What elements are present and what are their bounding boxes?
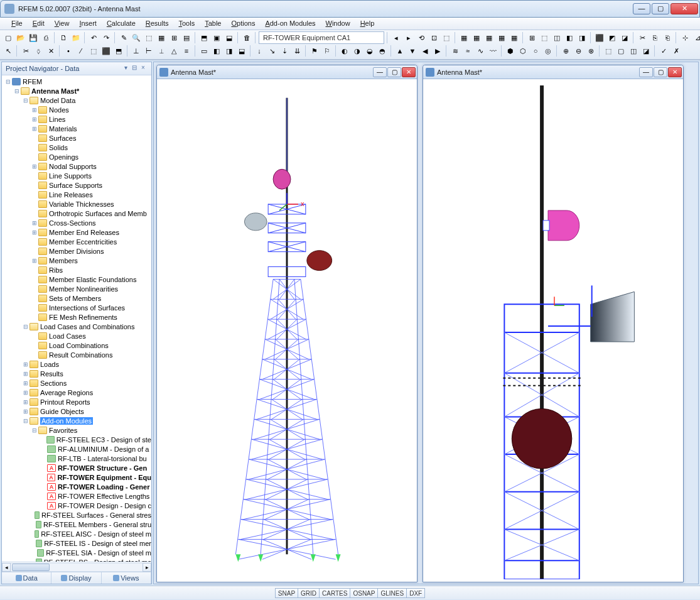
tree-node[interactable]: RF-STEEL Members - General stru: [2, 520, 151, 529]
toolbar-button[interactable]: ⚐: [321, 45, 333, 57]
menu-help[interactable]: Help: [355, 18, 380, 30]
toolbar-button[interactable]: ▦: [483, 32, 495, 43]
tree-node[interactable]: Sets of Members: [2, 293, 151, 303]
toolbar-button[interactable]: ⟂: [156, 45, 167, 57]
tree-twist-icon[interactable]: ⊟: [22, 97, 30, 104]
toolbar-button[interactable]: ⊖: [573, 45, 584, 57]
tree-node[interactable]: Result Combinations: [2, 350, 151, 359]
tree-node[interactable]: RF-STEEL IS - Design of steel mer: [2, 538, 151, 548]
toolbar-button[interactable]: ⊞: [526, 32, 537, 43]
toolbar-button[interactable]: ◪: [640, 45, 652, 57]
tree-node[interactable]: ⊞Printout Reports: [2, 397, 151, 406]
tree-node[interactable]: ⊟Favorites: [2, 425, 151, 435]
tree-twist-icon[interactable]: ⊞: [22, 380, 30, 386]
toolbar-button[interactable]: ✓: [658, 45, 669, 57]
toolbar-button[interactable]: ▼: [407, 45, 418, 57]
tree-node[interactable]: ⊞Cross-Sections: [2, 218, 151, 227]
toolbar-button[interactable]: ⬛: [100, 45, 112, 57]
tree-node[interactable]: Load Cases: [2, 331, 151, 341]
toolbar-button[interactable]: ⬚: [88, 45, 99, 57]
toolbar-button[interactable]: ◫: [628, 45, 639, 57]
viewport-1[interactable]: x: [157, 79, 417, 582]
toolbar-button[interactable]: 〰: [487, 45, 498, 57]
status-toggle-osnap[interactable]: OSNAP: [350, 588, 378, 598]
autohide-icon[interactable]: ⊟: [130, 64, 139, 73]
tree-node[interactable]: ⊞Member End Releases: [2, 227, 151, 237]
toolbar-combo[interactable]: RF-TOWER Equipment CA1: [259, 31, 384, 44]
toolbar-button[interactable]: ⊹: [679, 32, 691, 43]
tree-twist-icon[interactable]: ⊟: [13, 88, 21, 94]
tree-twist-icon[interactable]: ⊞: [22, 390, 30, 396]
toolbar-button[interactable]: ◂: [390, 32, 402, 43]
tree-node[interactable]: ⊟Add-on Modules: [2, 416, 151, 425]
tree-twist-icon[interactable]: ⊞: [31, 116, 38, 123]
tree-node[interactable]: FE Mesh Refinements: [2, 312, 151, 322]
tree-node[interactable]: Line Releases: [2, 190, 151, 199]
toolbar-button[interactable]: 🗋: [58, 32, 69, 43]
toolbar-button[interactable]: ◨: [576, 32, 588, 43]
tree-node[interactable]: Variable Thicknesses: [2, 199, 151, 209]
tree-node[interactable]: ⊟Antenna Mast*: [2, 86, 151, 95]
navigator-tab-display[interactable]: Display: [51, 572, 101, 584]
toolbar-button[interactable]: ⬚: [143, 32, 154, 43]
tree-node[interactable]: RF-STEEL AISC - Design of steel m: [2, 529, 151, 538]
toolbar-button[interactable]: ↶: [88, 32, 99, 43]
toolbar-button[interactable]: ⊥: [131, 45, 142, 57]
toolbar-button[interactable]: ◑: [352, 45, 363, 57]
toolbar-button[interactable]: ⊞: [168, 32, 180, 43]
mdi-close-2[interactable]: ✕: [668, 67, 682, 77]
tree-node[interactable]: ⊞Lines: [2, 114, 151, 124]
toolbar-button[interactable]: ▸: [403, 32, 414, 43]
tree-node[interactable]: Surfaces: [2, 133, 151, 143]
toolbar-button[interactable]: ▭: [198, 45, 210, 57]
tree-twist-icon[interactable]: ⊞: [22, 408, 30, 415]
tree-twist-icon[interactable]: ⊟: [22, 418, 30, 424]
tree-node[interactable]: RF-STEEL EC3 - Design of ste: [2, 435, 151, 444]
navigator-tree[interactable]: ⊟RFEM⊟Antenna Mast*⊟Model Data⊞Nodes⊞Lin…: [2, 75, 151, 562]
toolbar-button[interactable]: ▦: [509, 32, 520, 43]
mdi-minimize-2[interactable]: —: [639, 67, 653, 77]
tree-twist-icon[interactable]: ⊞: [31, 229, 38, 236]
maximize-button[interactable]: ▢: [652, 3, 669, 14]
toolbar-button[interactable]: ▲: [394, 45, 406, 57]
toolbar-button[interactable]: 📂: [15, 32, 26, 43]
scroll-right-button[interactable]: ▸: [143, 563, 151, 572]
toolbar-button[interactable]: ⬚: [603, 45, 614, 57]
minimize-button[interactable]: —: [633, 3, 650, 14]
menu-view[interactable]: View: [50, 18, 75, 30]
toolbar-button[interactable]: ⬒: [113, 45, 124, 57]
tree-node[interactable]: ⊞Members: [2, 256, 151, 265]
pin-icon[interactable]: ▾: [121, 64, 130, 73]
tree-node[interactable]: RF-STEEL BS - Design of steel me: [2, 557, 151, 562]
toolbar-button[interactable]: ↷: [100, 32, 112, 43]
toolbar-button[interactable]: ▦: [471, 32, 482, 43]
scroll-left-button[interactable]: ◂: [2, 563, 11, 572]
tree-node[interactable]: ⊞Sections: [2, 378, 151, 388]
toolbar-button[interactable]: ⎀: [33, 45, 44, 57]
tree-node[interactable]: RF-TOWER Loading - Gener: [2, 482, 151, 491]
menu-insert[interactable]: Insert: [74, 18, 102, 30]
tree-node[interactable]: ⊞Average Regions: [2, 388, 151, 397]
toolbar-button[interactable]: ◨: [223, 45, 235, 57]
toolbar-button[interactable]: ◎: [542, 45, 554, 57]
status-toggle-cartes[interactable]: CARTES: [319, 588, 350, 598]
menu-window[interactable]: Window: [321, 18, 355, 30]
toolbar-button[interactable]: ⎘: [649, 32, 660, 43]
toolbar-button[interactable]: •: [63, 45, 74, 57]
toolbar-button[interactable]: ◐: [339, 45, 350, 57]
toolbar-button[interactable]: ⚑: [309, 45, 320, 57]
tree-node[interactable]: Member Elastic Foundations: [2, 275, 151, 284]
tree-node[interactable]: ⊟Load Cases and Combinations: [2, 322, 151, 331]
tree-twist-icon[interactable]: ⊞: [22, 361, 30, 368]
toolbar-button[interactable]: ▦: [458, 32, 470, 43]
toolbar-button[interactable]: ▢: [3, 32, 14, 43]
toolbar-button[interactable]: ⊡: [428, 32, 439, 43]
tree-node[interactable]: ⊞Nodes: [2, 105, 151, 114]
toolbar-button[interactable]: ⬢: [505, 45, 516, 57]
tree-node[interactable]: RF-TOWER Design - Design c: [2, 501, 151, 510]
tree-twist-icon[interactable]: ⊞: [31, 220, 38, 226]
status-toggle-snap[interactable]: SNAP: [275, 588, 298, 598]
tree-node[interactable]: RF-STEEL SIA - Design of steel m: [2, 548, 151, 557]
toolbar-button[interactable]: 🔍: [131, 32, 142, 43]
mdi-titlebar-1[interactable]: Antenna Mast* — ▢ ✕: [157, 65, 417, 79]
